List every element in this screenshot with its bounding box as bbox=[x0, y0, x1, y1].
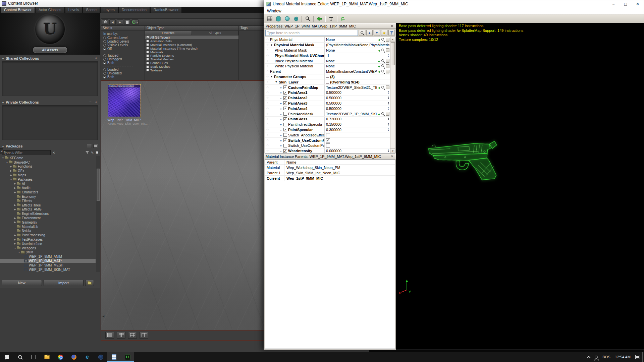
number-spinner[interactable] bbox=[387, 149, 389, 153]
property-row-switch-usecustompaint[interactable]: ✓Switch_UseCustomPa✓ bbox=[265, 138, 395, 143]
param-dropdown-icon[interactable] bbox=[279, 112, 282, 116]
tree-item-kfgame[interactable]: ▼KFGame bbox=[0, 156, 96, 160]
minimize-button[interactable] bbox=[607, 0, 620, 8]
clear-icon[interactable] bbox=[386, 48, 389, 52]
object-type-sound-cues[interactable]: Sound Cues bbox=[145, 61, 238, 65]
favorite-star-icon[interactable] bbox=[265, 38, 270, 41]
tree-item-audio[interactable]: ▶Audio bbox=[0, 186, 96, 190]
param-dropdown-icon[interactable] bbox=[279, 101, 282, 105]
parents-row-current[interactable]: Current Wep_1stP_9MM_MIC bbox=[265, 176, 395, 181]
property-row-paintspecular[interactable]: ✓PaintSpecular0.300000 bbox=[265, 127, 395, 133]
use-selected-icon[interactable] bbox=[377, 48, 380, 52]
asset-card[interactable]: MaterialInstanceConstant Wep_1stP_9MM_MI… bbox=[107, 84, 142, 125]
clear-icon[interactable] bbox=[386, 64, 389, 68]
param-dropdown-icon[interactable] bbox=[279, 107, 282, 111]
sync-button[interactable] bbox=[339, 15, 347, 22]
expander-icon[interactable] bbox=[2, 100, 4, 104]
search-filter-button[interactable] bbox=[388, 30, 395, 36]
favorite-star-icon[interactable] bbox=[265, 149, 270, 153]
use-selected-icon[interactable] bbox=[377, 69, 380, 73]
tab-layers[interactable]: Layers bbox=[100, 7, 118, 13]
favorite-star-icon[interactable] bbox=[265, 49, 270, 52]
favorite-star-icon[interactable] bbox=[265, 139, 270, 142]
search-button[interactable] bbox=[359, 30, 365, 36]
browse-icon[interactable] bbox=[381, 48, 385, 52]
start-button[interactable] bbox=[0, 352, 13, 362]
param-dropdown-icon[interactable] bbox=[279, 117, 282, 121]
override-checkbox[interactable]: ✓ bbox=[283, 138, 287, 142]
tree-item-effectsthree[interactable]: ▶EffectsThree bbox=[0, 203, 96, 207]
number-spinner[interactable] bbox=[387, 123, 389, 126]
scrollbar-thumb[interactable] bbox=[97, 169, 100, 201]
clear-icon[interactable] bbox=[386, 59, 389, 63]
use-selected-button[interactable] bbox=[315, 15, 323, 22]
property-row-paintarea4[interactable]: ✓PaintArea40.500000 bbox=[265, 106, 395, 111]
clock[interactable]: 12:54 AM bbox=[613, 352, 633, 362]
favorite-star-icon[interactable] bbox=[265, 96, 270, 100]
value-checkbox[interactable] bbox=[326, 133, 330, 137]
parents-row-material[interactable]: Material Wep_Workshop_Skin_Neon_PM bbox=[265, 165, 395, 170]
preview-cylinder-button[interactable] bbox=[274, 15, 282, 22]
tree-item-weapons[interactable]: ▼Weapons bbox=[0, 246, 96, 250]
open-folder-button[interactable] bbox=[85, 280, 94, 286]
tree-item-brewedpc[interactable]: ▼BrewedPC bbox=[0, 160, 96, 165]
remove-collection-button[interactable] bbox=[88, 56, 93, 60]
tree-item-materiallib[interactable]: MaterialLib bbox=[0, 225, 96, 229]
property-row-custompaintmap[interactable]: ✓CustomPaintMapTexture2D'WEP_SkinSet21_T… bbox=[265, 85, 395, 90]
all-types-subtab[interactable]: All Types bbox=[192, 31, 239, 35]
edit-icon[interactable] bbox=[90, 151, 95, 155]
favorite-star-icon[interactable] bbox=[265, 117, 270, 121]
browse-icon[interactable] bbox=[381, 112, 385, 116]
new-button[interactable]: New bbox=[2, 280, 42, 286]
param-dropdown-icon[interactable] bbox=[279, 122, 282, 126]
use-selected-icon[interactable] bbox=[377, 38, 380, 42]
tree-item-functions[interactable]: ▶Functions bbox=[0, 165, 96, 169]
tree-item-gfx[interactable]: ▶GFx bbox=[0, 169, 96, 173]
param-dropdown-icon[interactable] bbox=[279, 138, 282, 142]
scroll-down-arrow[interactable]: ▼ bbox=[390, 148, 395, 153]
radio-both-tags[interactable]: ●Both bbox=[103, 61, 142, 65]
override-checkbox[interactable]: ✓ bbox=[283, 117, 287, 121]
number-spinner[interactable] bbox=[387, 91, 389, 94]
close-pane-icon[interactable] bbox=[390, 24, 394, 28]
radio-visible-levels[interactable]: Visible Levels bbox=[103, 43, 142, 47]
list-view-icon[interactable] bbox=[87, 144, 92, 148]
object-type-material-instances-time-varying[interactable]: Material Instances (Time Varying) bbox=[145, 47, 238, 50]
tree-item-wep-1p-9mm-skin-mat[interactable]: WEP_1P_9MM_SKIN_MAT bbox=[0, 267, 96, 272]
chrome-button[interactable] bbox=[54, 352, 67, 362]
param-dropdown-icon[interactable] bbox=[279, 149, 282, 153]
property-row-uv-channel[interactable]: Phys Material Mask UVChann-1 bbox=[265, 53, 395, 58]
override-checkbox[interactable] bbox=[283, 133, 287, 137]
preview-cube-button[interactable] bbox=[292, 15, 300, 22]
number-spinner[interactable] bbox=[387, 107, 389, 110]
favorites-subtab[interactable]: Favorites bbox=[145, 31, 192, 35]
tree-item-engineextensions[interactable]: EngineExtensions bbox=[0, 212, 96, 216]
override-checkbox[interactable]: ✓ bbox=[283, 128, 287, 131]
tree-item-effects-amg[interactable]: ▶Effects_AMG bbox=[0, 207, 96, 212]
browse-icon[interactable] bbox=[381, 59, 385, 63]
property-row-skin-layer[interactable]: ▼Skin_Layer... (Overriding 9/14) bbox=[265, 79, 395, 85]
param-dropdown-icon[interactable] bbox=[279, 133, 282, 137]
property-row-phys-material[interactable]: Phys MaterialNone bbox=[265, 37, 395, 43]
private-collections-header[interactable]: Private Collections bbox=[0, 99, 100, 105]
radio-off[interactable]: ●Off bbox=[103, 47, 142, 51]
steam-button[interactable] bbox=[94, 352, 107, 362]
property-grid-scrollbar[interactable]: ▲ ▼ bbox=[390, 37, 395, 153]
tree-item-characters[interactable]: ▶Characters bbox=[0, 190, 96, 194]
refresh-button[interactable] bbox=[131, 19, 139, 25]
browse-icon[interactable] bbox=[381, 64, 385, 68]
override-checkbox[interactable]: ✓ bbox=[283, 107, 287, 110]
add-collection-button[interactable] bbox=[94, 56, 98, 60]
property-row-paintarea2[interactable]: ✓PaintArea20.500000 bbox=[265, 96, 395, 101]
override-checkbox[interactable] bbox=[283, 112, 287, 116]
value-checkbox[interactable]: ✓ bbox=[326, 138, 330, 142]
expander-icon[interactable] bbox=[2, 144, 4, 148]
override-checkbox[interactable]: ✓ bbox=[283, 149, 287, 153]
preview-sphere-button[interactable] bbox=[283, 15, 291, 22]
favorite-star-icon[interactable] bbox=[265, 128, 270, 131]
browse-icon[interactable] bbox=[381, 69, 385, 73]
object-type-materials[interactable]: Materials bbox=[145, 50, 238, 54]
list-view-button[interactable] bbox=[105, 332, 114, 339]
override-checkbox[interactable]: ✓ bbox=[283, 96, 287, 100]
radio-both-loaded[interactable]: ●Both bbox=[103, 75, 142, 79]
